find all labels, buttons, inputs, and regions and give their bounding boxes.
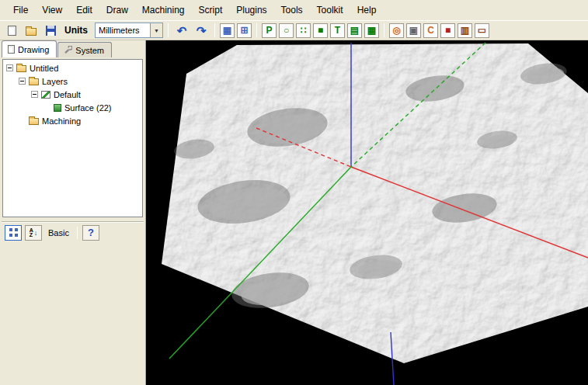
categorized-view-button[interactable]	[5, 225, 22, 241]
tree-node-untitled[interactable]: Untitled	[3, 61, 142, 75]
toolbar-separator	[214, 23, 215, 37]
toolbar-separator	[168, 23, 169, 37]
tree-node-default-layer[interactable]: Default	[3, 88, 142, 101]
draw-region-button[interactable]: ▦	[364, 23, 379, 38]
redo-icon: ↷	[197, 25, 207, 36]
menu-toolkit[interactable]: Toolkit	[310, 1, 350, 19]
tab-drawing[interactable]: Drawing	[2, 40, 57, 57]
cam-profile-button[interactable]: ◎	[389, 23, 404, 38]
new-button[interactable]	[3, 23, 20, 38]
region-icon: ▦	[367, 26, 376, 35]
surface-icon: ▤	[350, 26, 359, 35]
snap-grid-icon: ⊞	[240, 26, 248, 35]
drawing-tree: Untitled Layers Default Surface (22) Mac	[2, 59, 143, 217]
app-window: File View Edit Draw Machining Script Plu…	[0, 0, 588, 40]
collapse-icon[interactable]	[6, 64, 13, 71]
tab-system-label: System	[75, 46, 104, 55]
collapse-icon[interactable]	[19, 78, 26, 85]
property-view-mode-label[interactable]: Basic	[48, 228, 69, 238]
combo-dropdown-icon[interactable]: ▼	[150, 23, 162, 37]
sort-az-icon: A Z ↓	[30, 228, 38, 238]
cam-pocket-button[interactable]: ▣	[406, 23, 421, 38]
help-button[interactable]: ?	[82, 225, 99, 241]
polyline-icon: P	[266, 26, 272, 35]
drill-icon: ■	[445, 26, 451, 35]
redo-button[interactable]: ↷	[193, 23, 210, 38]
menu-file[interactable]: File	[6, 1, 35, 19]
tree-node-label: Untitled	[30, 64, 58, 73]
points-icon: ∷	[301, 26, 307, 35]
menu-machining[interactable]: Machining	[135, 1, 192, 19]
tree-node-label: Machining	[42, 116, 81, 126]
undo-icon: ↶	[177, 25, 187, 36]
snap-grid-button[interactable]: ⊞	[237, 23, 252, 38]
open-folder-icon	[26, 28, 37, 36]
circle-icon: ○	[284, 26, 289, 35]
rectangle-icon: ■	[318, 26, 323, 35]
draw-text-button[interactable]: T	[330, 23, 345, 38]
terrain-canvas	[146, 40, 588, 385]
properties-toolbar: A Z ↓ Basic ?	[2, 222, 144, 242]
tree-node-layers[interactable]: Layers	[3, 75, 142, 88]
draw-points-button[interactable]: ∷	[296, 23, 311, 38]
new-file-icon	[8, 26, 16, 36]
menu-view[interactable]: View	[35, 1, 69, 19]
tree-node-label: Surface (22)	[64, 103, 112, 113]
tab-drawing-label: Drawing	[18, 45, 49, 54]
menu-tools[interactable]: Tools	[274, 1, 310, 19]
toolbar: Units Millimeters ▼ ↶ ↷ ▦ ⊞ P ○ ∷ ■ T ▤ …	[0, 20, 588, 40]
menu-help[interactable]: Help	[350, 1, 384, 19]
categorized-icon	[9, 228, 18, 237]
save-button[interactable]	[42, 23, 59, 38]
viewport-3d[interactable]	[146, 40, 588, 385]
undo-button[interactable]: ↶	[173, 23, 190, 38]
props-separator	[77, 227, 78, 239]
sidebar-tabs: Drawing System	[0, 40, 145, 57]
menubar: File View Edit Draw Machining Script Plu…	[0, 0, 588, 20]
grid-icon: ▦	[223, 26, 231, 35]
tool-library-icon: ▥	[461, 26, 469, 35]
wrench-icon	[64, 46, 72, 54]
units-label: Units	[64, 25, 88, 36]
folder-icon	[29, 78, 39, 85]
tree-node-label: Layers	[42, 77, 68, 86]
open-button[interactable]	[23, 23, 40, 38]
folder-icon	[29, 118, 39, 125]
layer-icon	[41, 91, 50, 99]
drawing-tab-icon	[8, 45, 15, 54]
help-icon: ?	[88, 227, 94, 238]
cam-drill-button[interactable]: ■	[440, 23, 455, 38]
toolbar-separator	[384, 23, 384, 37]
cam-measure-button[interactable]: ▭	[475, 23, 489, 38]
measure-icon: ▭	[478, 26, 486, 35]
draw-polyline-button[interactable]: P	[262, 23, 277, 38]
profile-icon: ◎	[392, 26, 400, 35]
menu-plugins[interactable]: Plugins	[229, 1, 273, 19]
menu-draw[interactable]: Draw	[99, 1, 135, 19]
engrave-icon: C	[427, 26, 434, 35]
draw-rectangle-button[interactable]: ■	[313, 23, 328, 38]
folder-icon	[16, 65, 26, 72]
cam-engrave-button[interactable]: C	[423, 23, 438, 38]
toolbar-separator	[256, 23, 257, 37]
pocket-icon: ▣	[409, 26, 418, 35]
tab-system[interactable]: System	[57, 42, 112, 57]
sidebar: Drawing System Untitled Layers	[0, 40, 146, 385]
units-value: Millimeters	[96, 26, 150, 35]
draw-circle-button[interactable]: ○	[279, 23, 294, 38]
sort-z-letter: Z	[30, 233, 33, 238]
collapse-icon[interactable]	[31, 91, 38, 98]
grid-button[interactable]: ▦	[220, 23, 235, 38]
tree-node-surface[interactable]: Surface (22)	[3, 101, 142, 114]
tree-node-machining[interactable]: Machining	[3, 114, 142, 127]
menu-edit[interactable]: Edit	[69, 1, 99, 19]
units-combobox[interactable]: Millimeters ▼	[95, 23, 163, 38]
alphabetical-sort-button[interactable]: A Z ↓	[25, 225, 42, 241]
save-floppy-icon	[46, 26, 56, 36]
surface-object-icon	[54, 104, 61, 112]
tree-node-label: Default	[54, 90, 81, 99]
cam-tool-library-button[interactable]: ▥	[458, 23, 472, 38]
draw-surface-button[interactable]: ▤	[347, 23, 362, 38]
menu-script[interactable]: Script	[192, 1, 230, 19]
text-icon: T	[335, 26, 340, 35]
